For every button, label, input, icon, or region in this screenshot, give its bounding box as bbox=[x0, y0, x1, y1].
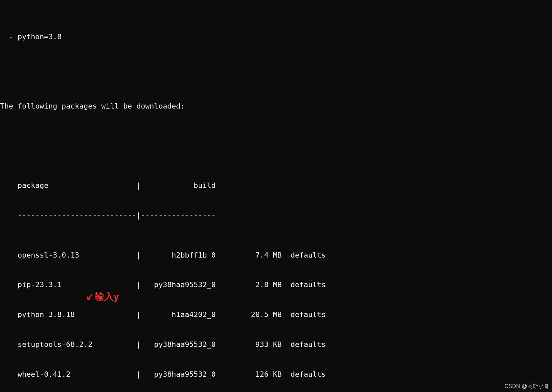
size-cell: 2.8 MB bbox=[216, 280, 290, 289]
table-separator: ---------------------------|------------… bbox=[0, 210, 552, 220]
size-cell: 933 KB bbox=[216, 340, 290, 349]
table-row: openssl-3.0.13 | h2bbff1b_0 7.4 MB defau… bbox=[0, 250, 552, 260]
size-cell: 126 KB bbox=[216, 370, 290, 378]
channel-cell: defaults bbox=[290, 310, 326, 319]
terminal-window[interactable]: - python=3.8 The following packages will… bbox=[0, 0, 552, 392]
download-table: package | build ------------------------… bbox=[0, 161, 552, 392]
spec-line: - python=3.8 bbox=[0, 32, 552, 42]
table-row: wheel-0.41.2 | py38haa95532_0 126 KB def… bbox=[0, 369, 552, 379]
size-cell: 7.4 MB bbox=[216, 251, 290, 259]
package-cell: wheel-0.41.2 | py38haa95532_0 bbox=[0, 370, 216, 378]
package-cell: setuptools-68.2.2 | py38haa95532_0 bbox=[0, 340, 216, 349]
package-cell: pip-23.3.1 | py38haa95532_0 bbox=[0, 280, 216, 289]
size-cell: 20.5 MB bbox=[216, 310, 290, 319]
channel-cell: defaults bbox=[290, 340, 326, 349]
package-cell: openssl-3.0.13 | h2bbff1b_0 bbox=[0, 251, 216, 259]
channel-cell: defaults bbox=[290, 370, 326, 378]
channel-cell: defaults bbox=[290, 251, 326, 259]
table-row: setuptools-68.2.2 | py38haa95532_0 933 K… bbox=[0, 340, 552, 350]
package-cell: python-3.8.18 | h1aa4202_0 bbox=[0, 310, 216, 319]
table-header-row: package | build bbox=[0, 181, 552, 191]
channel-cell: defaults bbox=[290, 280, 326, 289]
table-row: pip-23.3.1 | py38haa95532_0 2.8 MB defau… bbox=[0, 280, 552, 290]
download-header: The following packages will be downloade… bbox=[0, 101, 552, 111]
table-row: python-3.8.18 | h1aa4202_0 20.5 MB defau… bbox=[0, 310, 552, 320]
